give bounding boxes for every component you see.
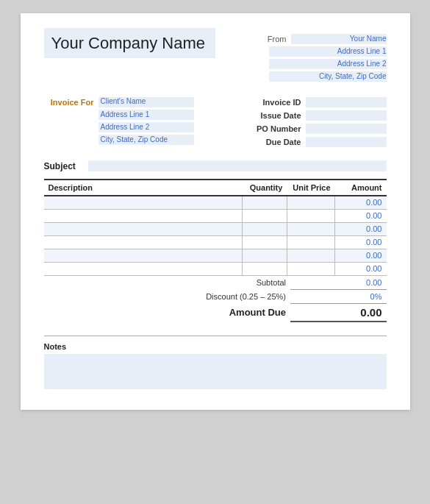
client-name-field[interactable]: Client's Name xyxy=(98,97,194,107)
from-block: From Your Name Address Line 1 Address Li… xyxy=(240,34,387,84)
invoice-table: Description Quantity Unit Price Amount 0… xyxy=(44,179,387,276)
bill-address1-field[interactable]: Address Line 1 xyxy=(98,110,194,120)
col-header-quantity: Quantity xyxy=(243,180,287,196)
table-header-row: Description Quantity Unit Price Amount xyxy=(44,180,387,196)
bill-address2-field[interactable]: Address Line 2 xyxy=(98,122,194,132)
desc-cell[interactable] xyxy=(44,209,243,222)
unit-cell[interactable] xyxy=(287,262,334,275)
amount-cell: 0.00 xyxy=(335,209,387,222)
desc-cell[interactable] xyxy=(44,235,243,249)
notes-label: Notes xyxy=(44,342,387,351)
from-city-field[interactable]: City, State, Zip Code xyxy=(269,71,387,82)
table-row[interactable]: 0.00 xyxy=(44,196,387,209)
info-section: Invoice For Client's Name Address Line 1… xyxy=(44,97,387,150)
col-header-description: Description xyxy=(44,180,243,196)
qty-cell[interactable] xyxy=(243,222,287,235)
po-number-label: PO Number xyxy=(248,124,301,133)
col-header-unit-price: Unit Price xyxy=(287,180,334,196)
discount-value: 0% xyxy=(290,289,386,303)
invoice-page: Your Company Name From Your Name Address… xyxy=(21,13,410,410)
amount-cell: 0.00 xyxy=(335,235,387,249)
subject-label: Subject xyxy=(44,161,82,171)
table-row[interactable]: 0.00 xyxy=(44,209,387,222)
totals-section: Subtotal 0.00 Discount (0.25 – 25%) 0% A… xyxy=(44,276,387,322)
unit-cell[interactable] xyxy=(287,249,334,262)
desc-cell[interactable] xyxy=(44,262,243,275)
issue-date-label: Issue Date xyxy=(248,111,301,120)
table-row[interactable]: 0.00 xyxy=(44,249,387,262)
notes-section: Notes xyxy=(44,336,387,389)
subtotal-label: Subtotal xyxy=(44,276,291,290)
amount-cell: 0.00 xyxy=(335,249,387,262)
discount-row: Discount (0.25 – 25%) 0% xyxy=(44,289,387,303)
from-name-field[interactable]: Your Name xyxy=(291,34,387,44)
due-date-field[interactable] xyxy=(306,137,387,147)
amount-cell: 0.00 xyxy=(335,262,387,275)
issue-date-field[interactable] xyxy=(306,110,387,121)
due-date-label: Due Date xyxy=(248,138,301,146)
col-header-amount: Amount xyxy=(335,180,387,196)
subject-row: Subject xyxy=(44,160,387,171)
amount-cell: 0.00 xyxy=(335,196,387,209)
unit-cell[interactable] xyxy=(287,222,334,235)
table-row[interactable]: 0.00 xyxy=(44,235,387,249)
invoice-id-field[interactable] xyxy=(306,97,387,107)
invoice-meta-block: Invoice ID Issue Date PO Number Due Date xyxy=(232,97,387,150)
amount-cell: 0.00 xyxy=(335,222,387,235)
from-label: From xyxy=(268,35,287,43)
unit-cell[interactable] xyxy=(287,235,334,249)
discount-label: Discount (0.25 – 25%) xyxy=(44,289,291,303)
desc-cell[interactable] xyxy=(44,249,243,262)
po-number-field[interactable] xyxy=(306,124,387,134)
amount-due-row: Amount Due 0.00 xyxy=(44,303,387,322)
bill-to-block: Invoice For Client's Name Address Line 1… xyxy=(44,97,206,150)
desc-cell[interactable] xyxy=(44,222,243,235)
from-address1-field[interactable]: Address Line 1 xyxy=(269,46,387,57)
totals-table: Subtotal 0.00 Discount (0.25 – 25%) 0% A… xyxy=(44,276,387,322)
desc-cell[interactable] xyxy=(44,196,243,209)
subtotal-row: Subtotal 0.00 xyxy=(44,276,387,290)
from-address2-field[interactable]: Address Line 2 xyxy=(269,59,387,69)
unit-cell[interactable] xyxy=(287,209,334,222)
qty-cell[interactable] xyxy=(243,249,287,262)
company-name-field[interactable]: Your Company Name xyxy=(44,34,216,53)
qty-cell[interactable] xyxy=(243,209,287,222)
table-row[interactable]: 0.00 xyxy=(44,262,387,275)
amount-due-label: Amount Due xyxy=(44,303,291,322)
amount-due-value: 0.00 xyxy=(290,303,386,322)
company-name[interactable]: Your Company Name xyxy=(44,28,216,58)
qty-cell[interactable] xyxy=(243,262,287,275)
invoice-id-label: Invoice ID xyxy=(248,98,301,107)
unit-cell[interactable] xyxy=(287,196,334,209)
subject-field[interactable] xyxy=(88,160,387,171)
qty-cell[interactable] xyxy=(243,196,287,209)
notes-field[interactable] xyxy=(44,354,387,389)
qty-cell[interactable] xyxy=(243,235,287,249)
invoice-for-label: Invoice For xyxy=(44,98,94,107)
header-section: Your Company Name From Your Name Address… xyxy=(44,34,387,84)
table-row[interactable]: 0.00 xyxy=(44,222,387,235)
bill-city-field[interactable]: City, State, Zip Code xyxy=(98,135,194,145)
subtotal-value: 0.00 xyxy=(290,276,386,290)
